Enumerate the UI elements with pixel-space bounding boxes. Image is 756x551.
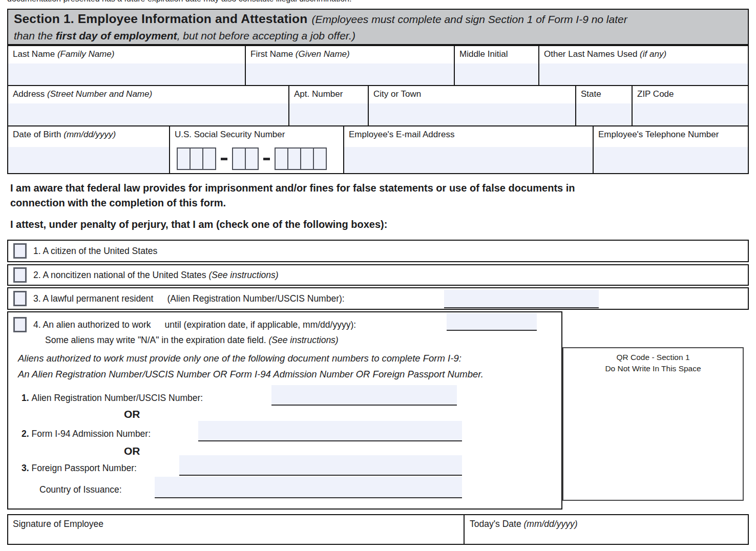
- middle-initial-cell: Middle Initial: [455, 46, 539, 85]
- attest-instruction: I attest, under penalty of perjury, that…: [10, 217, 738, 232]
- ssn-group-group: [232, 147, 259, 170]
- dob-input[interactable]: [8, 147, 169, 173]
- last-name-cell: Last Name (Family Name): [8, 46, 246, 85]
- lpr-checkbox[interactable]: [13, 291, 27, 306]
- ssn-digit-box[interactable]: [275, 147, 288, 170]
- qr-code-line1: QR Code - Section 1: [563, 352, 743, 363]
- option-lawful-permanent-resident-row: 3. A lawful permanent resident (Alien Re…: [7, 287, 749, 310]
- ssn-digit-box[interactable]: [177, 147, 191, 170]
- phone-label: Employee's Telephone Number: [594, 126, 748, 147]
- dob-label: Date of Birth (mm/dd/yyyy): [8, 126, 169, 147]
- work-expiration-date-input[interactable]: [447, 313, 537, 331]
- alien-registration-number-input[interactable]: [271, 385, 457, 406]
- email-cell: Employee's E-mail Address: [344, 126, 594, 173]
- federal-law-warning: I am aware that federal law provides for…: [10, 181, 738, 210]
- ssn-digit-box[interactable]: [202, 147, 216, 170]
- ssn-digit-box[interactable]: [287, 147, 301, 170]
- i94-admission-number-input[interactable]: [198, 421, 462, 441]
- zip-label: ZIP Code: [633, 86, 748, 103]
- ssn-group-area: [177, 147, 216, 170]
- work-until-label: until (expiration date, if applicable, m…: [165, 320, 356, 330]
- ssn-dash: [263, 158, 270, 160]
- country-of-issuance-label: Country of Issuance:: [39, 484, 122, 495]
- alien-authorized-checkbox[interactable]: [13, 317, 27, 332]
- other-last-names-input[interactable]: [539, 63, 748, 85]
- state-cell: State: [576, 86, 633, 125]
- citizen-label: 1. A citizen of the United States: [33, 246, 157, 257]
- ssn-label: U.S. Social Security Number: [170, 126, 343, 146]
- other-last-names-label: Other Last Names Used (if any): [539, 46, 748, 63]
- signature-row: Signature of Employee Today's Date (mm/d…: [7, 514, 749, 545]
- table-row-names: Last Name (Family Name) First Name (Give…: [8, 46, 748, 86]
- table-row-address: Address (Street Number and Name) Apt. Nu…: [8, 86, 748, 126]
- ssn-digit-box[interactable]: [190, 147, 203, 170]
- section1-note-line2: than the first day of employment, but no…: [14, 30, 355, 41]
- ssn-digit-box[interactable]: [232, 147, 246, 170]
- or-separator-2: OR: [124, 445, 140, 457]
- city-label: City or Town: [369, 86, 575, 103]
- ssn-digit-box[interactable]: [245, 147, 259, 170]
- lpr-alien-number-label: (Alien Registration Number/USCIS Number)…: [167, 293, 344, 304]
- address-input[interactable]: [8, 103, 288, 125]
- or-separator-1: OR: [124, 408, 140, 420]
- todays-date-label: Today's Date (mm/dd/yyyy): [470, 519, 578, 529]
- ssn-cell: U.S. Social Security Number: [170, 126, 344, 173]
- last-name-input[interactable]: [8, 63, 245, 85]
- dob-cell: Date of Birth (mm/dd/yyyy): [8, 126, 170, 173]
- country-of-issuance-input[interactable]: [155, 477, 462, 498]
- alien-authorized-label: 4. An alien authorized to work: [33, 320, 151, 330]
- i94-admission-number-label: 2.Form I-94 Admission Number:: [22, 429, 151, 439]
- lpr-alien-number-input[interactable]: [444, 290, 599, 308]
- ssn-digit-box[interactable]: [313, 147, 327, 170]
- ssn-group-serial: [275, 147, 327, 170]
- signature-label: Signature of Employee: [13, 519, 103, 529]
- section1-title: Section 1. Employee Information and Atte…: [14, 12, 307, 26]
- qr-code-box: QR Code - Section 1 Do Not Write In This…: [562, 347, 744, 501]
- zip-cell: ZIP Code: [633, 86, 748, 125]
- todays-date-input[interactable]: Today's Date (mm/dd/yyyy): [465, 515, 748, 544]
- aliens-document-note: Aliens authorized to work must provide o…: [18, 350, 484, 382]
- first-name-input[interactable]: [246, 63, 454, 85]
- apt-number-cell: Apt. Number: [289, 86, 369, 125]
- clipped-instruction-text: documentation presented has a future exp…: [7, 0, 571, 6]
- option-alien-authorized-box: 4. An alien authorized to work until (ex…: [7, 311, 562, 510]
- ssn-digit-box[interactable]: [300, 147, 314, 170]
- state-label: State: [576, 86, 632, 103]
- alien-authorized-row: 4. An alien authorized to work until (ex…: [13, 317, 356, 332]
- email-label: Employee's E-mail Address: [344, 126, 593, 147]
- city-input[interactable]: [369, 103, 575, 125]
- address-label: Address (Street Number and Name): [8, 86, 288, 103]
- employee-info-table: Last Name (Family Name) First Name (Give…: [7, 45, 749, 174]
- apt-number-label: Apt. Number: [289, 86, 368, 103]
- middle-initial-label: Middle Initial: [455, 46, 538, 63]
- option-citizen-row: 1. A citizen of the United States: [7, 240, 749, 262]
- other-last-names-cell: Other Last Names Used (if any): [539, 46, 748, 85]
- citizen-checkbox[interactable]: [13, 243, 27, 259]
- foreign-passport-number-input[interactable]: [179, 455, 462, 476]
- form-i9-section1-page: documentation presented has a future exp…: [0, 0, 756, 551]
- state-input[interactable]: [576, 103, 632, 125]
- phone-cell: Employee's Telephone Number: [594, 126, 748, 173]
- phone-input[interactable]: [594, 147, 748, 173]
- lpr-label: 3. A lawful permanent resident: [33, 293, 153, 304]
- noncitizen-national-checkbox[interactable]: [13, 267, 27, 283]
- apt-number-input[interactable]: [289, 103, 368, 125]
- section1-header: Section 1. Employee Information and Atte…: [7, 9, 749, 45]
- qr-code-line2: Do Not Write In This Space: [563, 363, 743, 374]
- signature-input[interactable]: Signature of Employee: [8, 515, 465, 544]
- middle-initial-input[interactable]: [455, 63, 538, 85]
- first-name-label: First Name (Given Name): [246, 46, 454, 63]
- zip-input[interactable]: [633, 103, 748, 125]
- ssn-boxes: [170, 146, 343, 173]
- city-cell: City or Town: [369, 86, 576, 125]
- email-input[interactable]: [344, 147, 593, 173]
- option-noncitizen-national-row: 2. A noncitizen national of the United S…: [7, 264, 749, 286]
- address-cell: Address (Street Number and Name): [8, 86, 289, 125]
- last-name-label: Last Name (Family Name): [8, 46, 245, 63]
- first-name-cell: First Name (Given Name): [246, 46, 455, 85]
- section1-note-line1: (Employees must complete and sign Sectio…: [311, 13, 627, 25]
- noncitizen-national-label: 2. A noncitizen national of the United S…: [33, 270, 279, 281]
- foreign-passport-number-label: 3.Foreign Passport Number:: [22, 463, 137, 474]
- table-row-contact: Date of Birth (mm/dd/yyyy) U.S. Social S…: [8, 126, 748, 173]
- alien-registration-number-label: 1.Alien Registration Number/USCIS Number…: [22, 393, 203, 404]
